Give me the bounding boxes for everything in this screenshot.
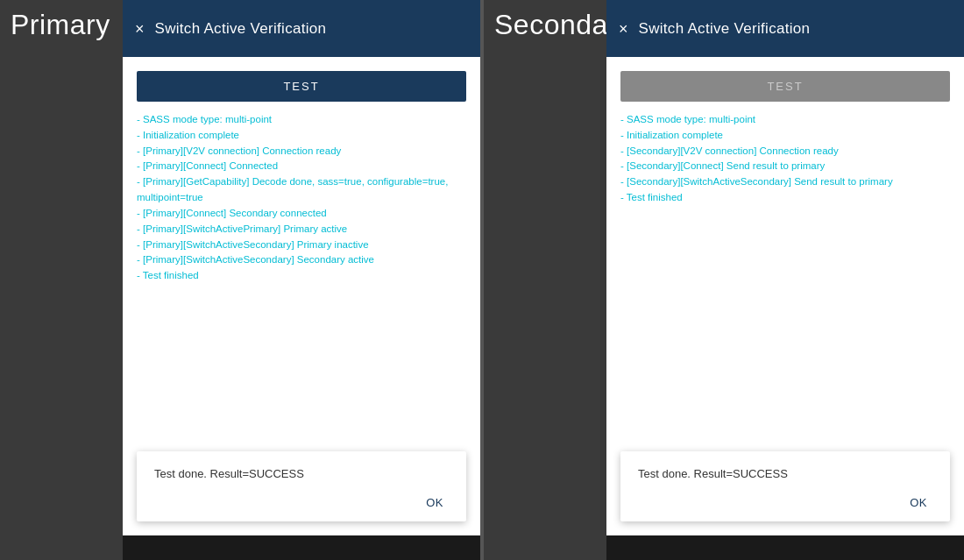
log-line: - SASS mode type: multi-point	[620, 112, 950, 128]
log-line: - [Secondary][SwitchActiveSecondary] Sen…	[620, 174, 950, 190]
secondary-ok-button[interactable]: OK	[904, 493, 932, 513]
secondary-dialog: Test done. Result=SUCCESS OK	[620, 451, 950, 521]
primary-test-button[interactable]: TEST	[137, 71, 466, 102]
log-line: - Initialization complete	[620, 128, 950, 144]
primary-label: Primary	[11, 9, 110, 41]
log-line: - [Secondary][Connect] Send result to pr…	[620, 159, 950, 174]
log-line: - Test finished	[137, 268, 466, 284]
secondary-dialog-actions: OK	[638, 493, 932, 513]
primary-ok-button[interactable]: OK	[421, 493, 449, 513]
primary-label-col: Primary	[0, 0, 123, 560]
log-line: - SASS mode type: multi-point	[137, 112, 466, 128]
log-line: - [Secondary][V2V connection] Connection…	[620, 144, 950, 159]
secondary-content: TEST - SASS mode type: multi-point- Init…	[606, 57, 964, 535]
secondary-dialog-text: Test done. Result=SUCCESS	[638, 467, 932, 480]
secondary-log-area: - SASS mode type: multi-point- Initializ…	[620, 112, 950, 437]
log-line: - Initialization complete	[137, 128, 466, 144]
primary-content: TEST - SASS mode type: multi-point- Init…	[123, 57, 480, 535]
secondary-phone-bottom	[606, 535, 964, 560]
secondary-panel: Secondary × Switch Active Verification T…	[484, 0, 964, 560]
primary-phone-bottom	[123, 535, 480, 560]
secondary-topbar: × Switch Active Verification	[606, 0, 964, 57]
primary-dialog: Test done. Result=SUCCESS OK	[137, 451, 466, 521]
primary-log-area: - SASS mode type: multi-point- Initializ…	[137, 112, 466, 437]
primary-topbar: × Switch Active Verification	[123, 0, 480, 57]
primary-panel: Primary × Switch Active Verification TES…	[0, 0, 480, 560]
primary-phone-col: × Switch Active Verification TEST - SASS…	[123, 0, 480, 560]
secondary-phone-col: × Switch Active Verification TEST - SASS…	[606, 0, 964, 560]
log-line: - [Primary][SwitchActivePrimary] Primary…	[137, 222, 466, 237]
log-line: - [Primary][SwitchActiveSecondary] Prima…	[137, 237, 466, 253]
log-line: - [Primary][V2V connection] Connection r…	[137, 144, 466, 159]
primary-close-button[interactable]: ×	[135, 21, 145, 37]
secondary-label-col: Secondary	[484, 0, 606, 560]
log-line: - [Primary][GetCapability] Decode done, …	[137, 174, 466, 206]
log-line: - [Primary][Connect] Connected	[137, 159, 466, 174]
log-line: - [Primary][Connect] Secondary connected	[137, 206, 466, 222]
primary-dialog-text: Test done. Result=SUCCESS	[154, 467, 449, 480]
secondary-close-button[interactable]: ×	[619, 21, 628, 37]
primary-topbar-title: Switch Active Verification	[155, 20, 327, 38]
log-line: - [Primary][SwitchActiveSecondary] Secon…	[137, 252, 466, 268]
secondary-topbar-title: Switch Active Verification	[639, 20, 811, 38]
primary-dialog-actions: OK	[154, 493, 449, 513]
secondary-test-button: TEST	[620, 71, 950, 102]
log-line: - Test finished	[620, 190, 950, 206]
